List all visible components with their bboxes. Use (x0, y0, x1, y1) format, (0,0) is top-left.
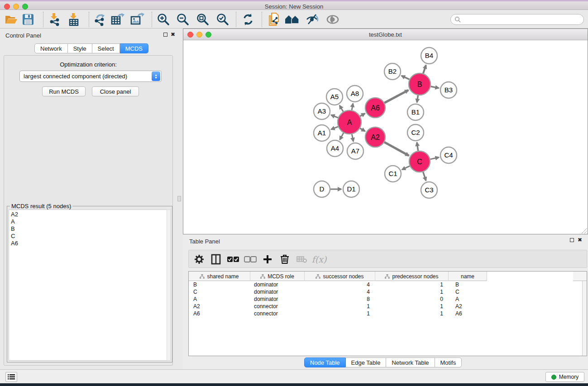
tab-style[interactable]: Style (68, 43, 92, 53)
edge-B-B2[interactable] (402, 76, 409, 79)
result-list-item[interactable]: B (11, 225, 167, 233)
edge-A-A4[interactable] (340, 133, 344, 140)
delete-table-button[interactable] (295, 252, 309, 267)
column-header-MCDS-role[interactable]: MCDS role (250, 272, 305, 281)
show-all-button[interactable] (325, 12, 341, 27)
export-image-button[interactable] (129, 12, 145, 27)
cell-predecessor-nodes[interactable]: 1 (375, 310, 449, 317)
tab-network[interactable]: Network (34, 43, 68, 53)
cell-successor-nodes[interactable]: 8 (305, 295, 375, 303)
tab-motifs[interactable]: Motifs (435, 357, 462, 367)
tab-select[interactable]: Select (92, 43, 120, 53)
gear-button[interactable] (192, 252, 206, 267)
cell-shared-name[interactable]: A6 (189, 310, 250, 317)
cell-name[interactable]: A6 (449, 310, 487, 317)
network-graph[interactable]: B4B2BB3A5A8A6A3B1AA1C2A2A4A7C4CC1C3DD1 (184, 41, 587, 234)
tab-edge-table[interactable]: Edge Table (346, 357, 387, 367)
zoom-fit-button[interactable] (195, 12, 211, 27)
splitter-grip-icon[interactable] (177, 196, 181, 201)
delete-button[interactable] (277, 252, 292, 267)
save-session-button[interactable] (20, 12, 36, 27)
table-row-C[interactable]: Cdominator41C (189, 288, 587, 295)
edge-A-A5[interactable] (339, 105, 343, 112)
edge-B-B1[interactable] (417, 95, 418, 102)
search-input[interactable] (450, 14, 584, 25)
edge-A2-C[interactable] (384, 142, 409, 156)
import-network-button[interactable] (46, 12, 62, 27)
cell-name[interactable]: B (449, 281, 487, 288)
zoom-out-button[interactable] (175, 12, 191, 27)
cell-MCDS-role[interactable]: dominator (250, 288, 305, 295)
edge-C-C3[interactable] (423, 172, 426, 181)
tab-node-table[interactable]: Node Table (304, 357, 346, 367)
panel-splitter[interactable] (177, 29, 183, 369)
memory-button[interactable]: Memory (545, 372, 584, 382)
close-table-panel-icon[interactable]: ✖ (578, 237, 582, 243)
cell-predecessor-nodes[interactable]: 1 (375, 281, 449, 288)
cell-shared-name[interactable]: C (189, 288, 250, 295)
result-list-item[interactable]: A6 (11, 240, 167, 247)
refresh-layout-button[interactable] (240, 12, 256, 27)
column-header-name[interactable]: name (449, 272, 487, 281)
table-row-B[interactable]: Bdominator41B (189, 281, 587, 288)
add-column-button[interactable] (260, 252, 275, 267)
close-panel-icon[interactable]: ✖ (171, 31, 175, 38)
column-header-shared-name[interactable]: shared name (189, 272, 250, 281)
tab-network-table[interactable]: Network Table (386, 357, 435, 367)
cell-predecessor-nodes[interactable]: 1 (375, 303, 449, 310)
edge-A-A1[interactable] (331, 127, 338, 129)
edge-C-C1[interactable] (402, 166, 410, 170)
cell-MCDS-role[interactable]: connector (250, 310, 305, 317)
cell-shared-name[interactable]: B (189, 281, 250, 288)
cell-name[interactable]: A2 (449, 303, 487, 310)
columns-button[interactable] (209, 252, 223, 267)
cell-predecessor-nodes[interactable]: 0 (375, 295, 449, 303)
deselect-all-button[interactable] (243, 252, 258, 267)
edge-A6-B[interactable] (384, 90, 408, 103)
export-network-button[interactable] (91, 12, 107, 27)
run-mcds-button[interactable]: Run MCDS (42, 86, 86, 96)
cell-MCDS-role[interactable]: dominator (250, 281, 305, 288)
edge-A-A6[interactable] (360, 114, 365, 116)
clone-network-button[interactable] (266, 12, 282, 27)
first-neighbors-button[interactable] (284, 12, 301, 27)
cell-name[interactable]: C (449, 288, 487, 295)
close-panel-button[interactable]: Close panel (92, 86, 139, 96)
cell-predecessor-nodes[interactable]: 1 (375, 288, 449, 295)
mcds-result-list[interactable]: A2ABCA6 (9, 210, 167, 361)
edge-A-A3[interactable] (331, 115, 338, 118)
function-builder-button[interactable]: f(x) (312, 252, 326, 267)
open-session-button[interactable] (3, 12, 19, 27)
table-row-A[interactable]: Adominator80A (189, 295, 587, 303)
float-table-panel-icon[interactable] (570, 238, 574, 242)
edge-C-C2[interactable] (417, 143, 418, 151)
result-list-item[interactable]: A2 (11, 211, 167, 218)
result-list-item[interactable]: A (11, 218, 167, 225)
result-list-item[interactable]: C (11, 233, 167, 240)
cell-name[interactable]: A (449, 295, 487, 303)
table-row-A2[interactable]: A2connector11A2 (189, 303, 587, 310)
cell-successor-nodes[interactable]: 1 (305, 303, 375, 310)
table-row-A6[interactable]: A6connector11A6 (189, 310, 587, 317)
result-scrollbar[interactable] (167, 210, 171, 361)
column-header-predecessor-nodes[interactable]: predecessor nodes (375, 272, 449, 281)
criterion-dropdown[interactable]: largest connected component (directed) ▲… (19, 71, 162, 82)
edge-B-B3[interactable] (430, 86, 439, 88)
edge-A-A2[interactable] (360, 129, 365, 131)
edge-B-B4[interactable] (423, 65, 426, 73)
edge-C-C4[interactable] (430, 157, 439, 159)
tab-mcds[interactable]: MCDS (120, 43, 148, 53)
network-canvas[interactable]: B4B2BB3A5A8A6A3B1AA1C2A2A4A7C4CC1C3DD1 (184, 41, 587, 234)
column-header-successor-nodes[interactable]: successor nodes (305, 272, 375, 281)
cell-MCDS-role[interactable]: connector (250, 303, 305, 310)
cell-successor-nodes[interactable]: 4 (305, 281, 375, 288)
zoom-in-button[interactable] (155, 12, 172, 27)
cell-successor-nodes[interactable]: 4 (305, 288, 375, 295)
import-table-button[interactable] (66, 12, 82, 27)
cell-shared-name[interactable]: A2 (189, 303, 250, 310)
cell-MCDS-role[interactable]: dominator (250, 295, 305, 303)
task-history-button[interactable] (5, 372, 17, 382)
edge-A-A7[interactable] (352, 134, 353, 141)
hide-selected-button[interactable] (304, 12, 320, 27)
zoom-selected-button[interactable] (215, 12, 231, 27)
